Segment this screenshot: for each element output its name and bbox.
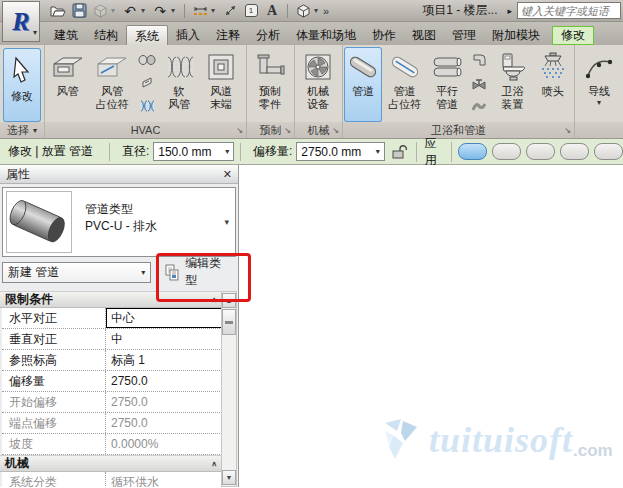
chevron-down-icon[interactable]: ▾ bbox=[314, 6, 322, 15]
tab-manage[interactable]: 管理 bbox=[444, 25, 484, 45]
segment-button[interactable] bbox=[594, 143, 623, 160]
tab-addins[interactable]: 附加模块 bbox=[484, 25, 548, 45]
chevron-down-icon[interactable]: ▾ bbox=[171, 6, 179, 15]
text-button[interactable]: A bbox=[262, 2, 282, 20]
row-value[interactable]: 2750.0 bbox=[106, 371, 222, 391]
default-3d-view-button[interactable] bbox=[293, 2, 313, 20]
tab-view[interactable]: 视图 bbox=[404, 25, 444, 45]
duct-fitting-button[interactable] bbox=[138, 50, 156, 70]
apply-button[interactable]: 应用 bbox=[416, 142, 452, 162]
diameter-select[interactable]: 150.0 mm ▾ bbox=[153, 142, 234, 161]
scrollbar[interactable]: ▲ ▼ bbox=[221, 291, 237, 487]
flex-duct-button[interactable]: 软风管 bbox=[159, 47, 199, 122]
row-label: 垂直对正 bbox=[2, 329, 106, 349]
pipe-fitting-button[interactable] bbox=[471, 50, 487, 70]
measure-button[interactable] bbox=[190, 2, 210, 20]
row-value: 循环供水 bbox=[106, 472, 222, 487]
fabrication-part-button[interactable]: 预制零件 bbox=[248, 47, 292, 122]
sprinkler-button[interactable]: 喷头 bbox=[534, 47, 572, 122]
type-selector[interactable]: 管道类型 PVC-U - 排水 ▾ bbox=[2, 187, 236, 257]
chevron-down-icon[interactable]: ▾ bbox=[211, 6, 219, 15]
offset-select[interactable]: 2750.0 mm ▾ bbox=[296, 142, 385, 161]
chevron-down-icon[interactable]: ▾ bbox=[141, 6, 149, 15]
convert-to-flex-duct-button[interactable] bbox=[139, 96, 155, 116]
wire-arc-icon bbox=[584, 49, 614, 85]
quick-access-toolbar: ▾ ↶ ▾ ↷ ▾ ▾ 1 A ▾ » bbox=[48, 2, 328, 20]
row-label: 参照标高 bbox=[2, 350, 106, 370]
pipe-accessory-button[interactable] bbox=[471, 73, 487, 93]
tab-systems[interactable]: 系统 bbox=[126, 25, 168, 45]
air-terminal-label: 风道末端 bbox=[210, 85, 232, 111]
segment-button[interactable] bbox=[526, 143, 555, 160]
tab-architecture[interactable]: 建筑 bbox=[46, 25, 86, 45]
save-button[interactable] bbox=[69, 2, 89, 20]
ribbon-tab-bar: 建筑 结构 系统 插入 注释 分析 体量和场地 协作 视图 管理 附加模块 修改 bbox=[0, 22, 623, 45]
plumbing-fixture-button[interactable]: 卫浴装置 bbox=[491, 47, 534, 122]
table-row[interactable]: 偏移量 2750.0 bbox=[2, 371, 222, 392]
plumbing-panel-label[interactable]: 卫浴和管道 ↘ bbox=[343, 122, 574, 138]
tab-modify[interactable]: 修改 bbox=[552, 26, 594, 45]
duct-placeholder-button[interactable]: 风管占位符 bbox=[89, 47, 135, 122]
section-mechanical[interactable]: 机械 ∧ bbox=[0, 455, 222, 472]
select-panel-label[interactable]: 选择 ▾ bbox=[0, 122, 44, 138]
modify-tool-button[interactable]: 修改 bbox=[3, 48, 41, 122]
sync-button[interactable] bbox=[90, 2, 110, 20]
expand-title-icon[interactable]: ▸ bbox=[507, 6, 512, 16]
instance-selector[interactable]: 新建 管道 ▾ bbox=[2, 262, 151, 283]
hvac-panel-label[interactable]: HVAC ↘ bbox=[45, 122, 246, 138]
fabrication-panel-label[interactable]: 预制 ↘ bbox=[247, 122, 294, 138]
segment-button-active[interactable] bbox=[458, 143, 487, 160]
open-button[interactable] bbox=[48, 2, 68, 20]
row-value: 2750.0 bbox=[106, 413, 222, 433]
flex-pipe-button[interactable] bbox=[471, 96, 487, 116]
dialog-launcher-icon[interactable]: ↘ bbox=[332, 126, 339, 135]
parallel-pipes-button[interactable]: 平行管道 bbox=[427, 47, 467, 122]
table-row[interactable]: 水平对正 中心 bbox=[2, 308, 222, 329]
drawing-area[interactable]: 属性 ✕ bbox=[0, 165, 623, 487]
dialog-launcher-icon[interactable]: ↘ bbox=[284, 126, 291, 135]
search-input[interactable] bbox=[517, 2, 621, 19]
pipe-cylinder-icon bbox=[9, 195, 69, 249]
duct-accessory-button[interactable] bbox=[140, 73, 154, 93]
tag-button[interactable]: 1 bbox=[241, 2, 261, 20]
tab-annotate[interactable]: 注释 bbox=[208, 25, 248, 45]
duct-button[interactable]: 风管 bbox=[46, 47, 89, 122]
tab-structure[interactable]: 结构 bbox=[86, 25, 126, 45]
chevron-down-icon[interactable]: ▾ bbox=[224, 217, 229, 227]
mechanical-equipment-button[interactable]: 机械设备 bbox=[296, 47, 340, 122]
application-menu-button[interactable]: R ▾ bbox=[2, 1, 40, 42]
lock-button[interactable] bbox=[391, 144, 408, 160]
tab-collaborate[interactable]: 协作 bbox=[364, 25, 404, 45]
pipe-button[interactable]: 管道 bbox=[344, 47, 382, 122]
title-bar: R ▾ ▾ ↶ ▾ ↷ ▾ ▾ 1 bbox=[0, 0, 623, 22]
tab-insert[interactable]: 插入 bbox=[168, 25, 208, 45]
properties-header[interactable]: 属性 ✕ bbox=[0, 165, 238, 184]
dialog-launcher-icon[interactable]: ↘ bbox=[564, 126, 571, 135]
undo-button[interactable]: ↶ bbox=[120, 2, 140, 20]
aligned-dimension-button[interactable] bbox=[220, 2, 240, 20]
table-row[interactable]: 垂直对正 中 bbox=[2, 329, 222, 350]
air-terminal-button[interactable]: 风道末端 bbox=[199, 47, 243, 122]
dialog-launcher-icon[interactable]: ↘ bbox=[236, 126, 243, 135]
pipe-placeholder-button[interactable]: 管道占位符 bbox=[382, 47, 427, 122]
customize-qat-button[interactable]: » bbox=[323, 5, 328, 17]
table-row[interactable]: 参照标高 标高 1 bbox=[2, 350, 222, 371]
redo-button[interactable]: ↷ bbox=[150, 2, 170, 20]
row-value[interactable]: 标高 1 bbox=[106, 350, 222, 370]
scroll-down-icon[interactable]: ▼ bbox=[222, 470, 236, 485]
tab-analyze[interactable]: 分析 bbox=[248, 25, 288, 45]
type-name: PVC-U - 排水 bbox=[85, 218, 224, 235]
collapse-icon[interactable]: ∧ bbox=[211, 459, 217, 467]
row-value[interactable]: 中心 bbox=[106, 308, 222, 328]
mechanical-panel-label[interactable]: 机械 ↘ bbox=[295, 122, 342, 138]
row-value[interactable]: 中 bbox=[106, 329, 222, 349]
close-icon[interactable]: ✕ bbox=[223, 168, 232, 181]
wire-button[interactable]: 导线 ▾ bbox=[578, 47, 620, 122]
segment-button[interactable] bbox=[492, 143, 521, 160]
chevron-down-icon: ▾ bbox=[33, 28, 37, 37]
select-panel: 修改 选择 ▾ bbox=[0, 45, 45, 138]
tab-massing-site[interactable]: 体量和场地 bbox=[288, 25, 364, 45]
scrollbar-thumb[interactable] bbox=[222, 309, 236, 335]
chevron-down-icon[interactable]: ▾ bbox=[111, 6, 119, 15]
segment-button[interactable] bbox=[560, 143, 589, 160]
